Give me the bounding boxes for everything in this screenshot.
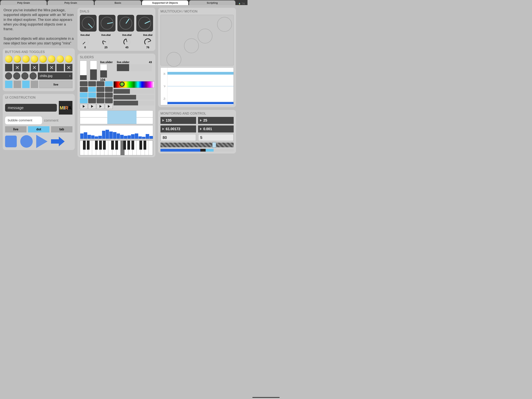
piano-black-key[interactable]	[127, 141, 130, 150]
sort-icon[interactable]	[239, 3, 241, 5]
number-box[interactable]: 25	[198, 117, 234, 124]
toggle[interactable]	[65, 64, 72, 71]
grid-cell[interactable]	[97, 98, 104, 103]
toggle[interactable]	[39, 64, 47, 71]
number-box[interactable]: 135	[160, 117, 196, 124]
dial[interactable]	[136, 15, 153, 32]
bang-button[interactable]	[39, 55, 47, 63]
toggle[interactable]	[5, 64, 13, 71]
swatch-color-picker[interactable]	[114, 81, 154, 88]
piano-black-key[interactable]	[139, 141, 142, 150]
live-dial[interactable]	[122, 37, 132, 45]
live-dial[interactable]	[101, 37, 111, 45]
bang-button[interactable]	[5, 55, 13, 63]
multitouch-area[interactable]	[160, 15, 234, 65]
bang-button[interactable]	[65, 55, 72, 63]
gain-slider[interactable]	[114, 101, 154, 105]
live-slider-horizontal[interactable]	[117, 64, 152, 71]
tab-supported-ui-objects[interactable]: Supported UI Objects	[142, 0, 188, 5]
tab-option-live[interactable]: live	[5, 126, 26, 133]
grid-cell[interactable]	[80, 98, 88, 103]
live-dial[interactable]	[80, 37, 90, 45]
dial[interactable]	[117, 15, 134, 32]
piano-black-key[interactable]	[99, 141, 102, 150]
toggle[interactable]	[48, 64, 55, 71]
radio-button[interactable]	[5, 72, 12, 79]
grid-cell[interactable]	[80, 81, 88, 86]
live-dial[interactable]	[143, 37, 153, 45]
piano-black-key[interactable]	[83, 141, 86, 150]
grid-cell[interactable]	[88, 81, 96, 86]
tab-poly-grain-1[interactable]: Poly Grain	[0, 0, 47, 5]
umenu-dropdown[interactable]: chilis.jpg	[38, 72, 72, 79]
live-slider[interactable]	[100, 64, 107, 78]
grid-cell[interactable]	[80, 93, 88, 98]
tab-poly-grain-2[interactable]: Poly Grain	[48, 0, 94, 5]
grid-cell[interactable]	[105, 87, 113, 92]
grid-cell[interactable]	[88, 87, 96, 92]
piano-black-key[interactable]	[123, 141, 126, 150]
live-toggle-on[interactable]	[22, 81, 30, 88]
multislider[interactable]	[80, 125, 153, 139]
swatch-handle[interactable]	[120, 82, 125, 87]
bang-button[interactable]	[14, 55, 21, 63]
position-handle[interactable]	[212, 142, 216, 148]
kslider-keyboard[interactable]	[80, 141, 153, 155]
flonum-box[interactable]: 0.001	[198, 125, 234, 133]
piano-white-key[interactable]	[149, 141, 153, 155]
piano-black-key[interactable]	[132, 141, 134, 150]
live-toggle-off[interactable]	[14, 81, 21, 88]
bang-button[interactable]	[31, 55, 38, 63]
grid-cell[interactable]	[105, 81, 113, 86]
piano-black-key[interactable]	[87, 141, 89, 150]
piano-black-key[interactable]	[115, 141, 118, 150]
toggle[interactable]	[22, 64, 30, 71]
grid-cell[interactable]	[97, 81, 104, 86]
bang-button[interactable]	[48, 55, 55, 63]
gain-slider[interactable]	[114, 95, 154, 100]
live-numbox[interactable]: 80	[160, 134, 196, 141]
dial[interactable]	[80, 15, 97, 32]
radio-button[interactable]	[21, 72, 28, 79]
slider-vertical[interactable]	[80, 61, 87, 80]
dial[interactable]	[99, 15, 115, 32]
piano-black-key[interactable]	[144, 141, 146, 150]
grid-cell[interactable]	[105, 98, 113, 103]
grid-cell[interactable]	[88, 93, 96, 98]
piano-black-key[interactable]	[103, 141, 106, 150]
slider-vertical[interactable]	[90, 61, 97, 80]
live-tab[interactable]: live dot tab	[5, 126, 72, 133]
live-grid[interactable]	[80, 81, 113, 103]
tab-option-tab[interactable]: tab	[51, 126, 72, 133]
play-button[interactable]	[88, 104, 96, 109]
grid-cell[interactable]	[80, 87, 88, 92]
play-button[interactable]	[97, 104, 104, 109]
toggle[interactable]	[57, 64, 64, 71]
tab-basic[interactable]: Basic	[95, 0, 141, 5]
grid-cell[interactable]	[97, 93, 104, 98]
radio-button[interactable]	[13, 72, 20, 79]
live-toggle-on[interactable]	[5, 81, 13, 88]
piano-black-key[interactable]	[95, 141, 98, 150]
touch-point[interactable]	[184, 38, 199, 53]
touch-point[interactable]	[217, 17, 232, 32]
position-slider[interactable]	[160, 143, 234, 147]
tab-scripting[interactable]: Scripting	[189, 0, 235, 5]
grid-cell[interactable]	[97, 87, 104, 92]
gain-slider[interactable]	[114, 89, 154, 94]
toggle[interactable]	[14, 64, 21, 71]
radio-button[interactable]	[30, 72, 37, 79]
touch-point[interactable]	[166, 52, 181, 67]
live-text-button[interactable]: live	[39, 81, 72, 88]
bang-button[interactable]	[57, 55, 64, 63]
message-box[interactable]: message	[5, 104, 57, 112]
waveform-display[interactable]	[80, 110, 153, 124]
live-numbox[interactable]: 5	[198, 134, 234, 141]
tab-option-dot[interactable]: dot	[28, 126, 50, 133]
toggle[interactable]	[31, 64, 38, 71]
bang-button[interactable]	[22, 55, 30, 63]
live-toggle-off[interactable]	[31, 81, 38, 88]
play-button[interactable]	[80, 104, 88, 109]
play-button[interactable]	[105, 104, 113, 109]
touch-point[interactable]	[198, 29, 212, 44]
